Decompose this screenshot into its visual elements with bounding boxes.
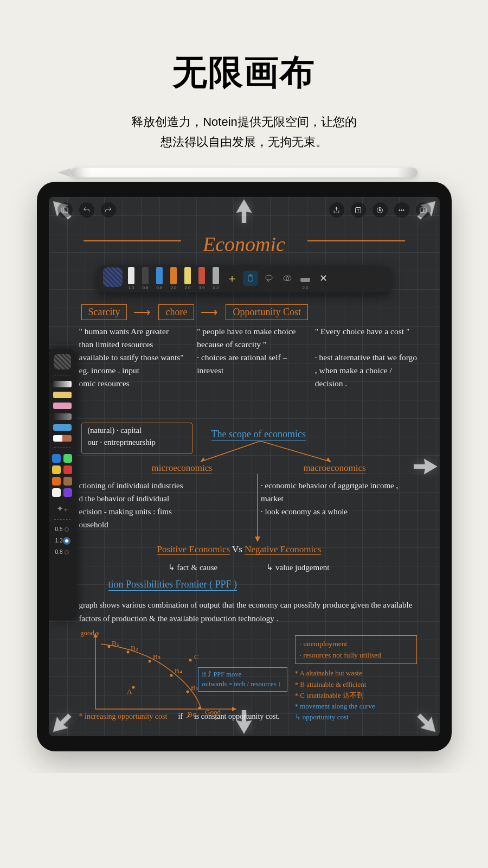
value-text: ↳ value judgement [266, 563, 329, 572]
swatch-yellow[interactable] [52, 465, 61, 474]
macro-heading: macroeconomics [304, 463, 366, 474]
svg-text:B₅: B₅ [191, 684, 198, 692]
arrow-icon: ⟶ [201, 305, 219, 320]
ppf-move-box: if ⤴ PPF moveoutwards = tech / resources… [198, 667, 287, 692]
swatch-purple[interactable] [63, 488, 72, 497]
svg-point-6 [403, 209, 404, 210]
pen-3[interactable]: 0.6 [154, 267, 165, 290]
add-swatch-icon[interactable]: ✦₊ [56, 503, 68, 514]
svg-point-19 [126, 651, 129, 654]
swatch-red[interactable] [63, 465, 72, 474]
svg-point-23 [170, 674, 172, 677]
hero-sub-line-1: 释放创造力，Notein提供无限空间，让您的 [0, 112, 488, 131]
size-0.8[interactable]: 0.8 [55, 549, 69, 555]
col-oppcost: " Every choice have a cost " · best alte… [315, 325, 421, 390]
natural-capital-text: (natural) · capital our · entreprtneursh… [88, 425, 156, 449]
add-pen-icon[interactable]: ＋ [224, 271, 240, 286]
pen-style-icon[interactable] [373, 202, 388, 218]
clipboard-icon[interactable] [243, 271, 258, 286]
sidebar-toggle-icon[interactable] [57, 202, 73, 218]
size-1.3[interactable]: 1.3 [55, 538, 69, 544]
apple-pencil [70, 168, 418, 177]
title-line-left [84, 240, 181, 241]
col-scarcity: " human wants Are greater than limited r… [79, 325, 185, 390]
title-line-right [307, 240, 405, 241]
pen-5[interactable]: 2.0 [182, 267, 193, 290]
fact-text: ↳ fact & cause [168, 563, 218, 572]
canvas-screen[interactable]: Economic 1.3 0.8 0.6 2.0 2.0 3.9 0.2 ＋ 2… [49, 197, 440, 736]
hero-subtitle: 释放创造力，Notein提供无限空间，让您的 想法得以自由发展，无拘无束。 [0, 112, 488, 151]
svg-text:B₂: B₂ [131, 644, 138, 652]
svg-text:good y: good y [80, 629, 100, 637]
undo-icon[interactable] [79, 202, 94, 218]
ppf-body: graph shows various combination of outpu… [79, 598, 421, 626]
svg-point-27 [198, 707, 201, 710]
svg-point-5 [401, 209, 402, 210]
svg-point-31 [189, 659, 191, 662]
brush-4[interactable] [53, 413, 72, 420]
more-icon[interactable] [394, 202, 409, 218]
brush-1[interactable] [53, 381, 72, 387]
swatch-brown[interactable] [63, 477, 72, 486]
brush-3[interactable] [53, 403, 72, 409]
legend-box: · unemployment· resources not fully util… [295, 635, 417, 664]
swatch-blue[interactable] [52, 454, 61, 463]
hero-title: 无限画布 [0, 49, 488, 96]
box-scarcity: Scarcity [81, 304, 127, 320]
micro-macro-cols: ctioning of individual industries d the … [79, 479, 421, 531]
svg-point-17 [107, 646, 110, 648]
brush-5[interactable] [53, 424, 72, 431]
swatch-orange[interactable] [52, 477, 61, 486]
pen-tray[interactable]: 1.3 0.8 0.6 2.0 2.0 3.9 0.2 ＋ 2.0 ✕ [98, 265, 390, 292]
text-tool-icon[interactable] [351, 202, 366, 218]
swatch-white[interactable] [52, 488, 61, 497]
definition-columns: " human wants Are greater than limited r… [79, 325, 421, 390]
brush-6[interactable] [53, 435, 72, 442]
expand-right-icon [414, 453, 440, 480]
redo-icon[interactable] [101, 202, 116, 218]
tablet-frame: Economic 1.3 0.8 0.6 2.0 2.0 3.9 0.2 ＋ 2… [37, 182, 452, 751]
brush-2[interactable] [53, 392, 72, 398]
scope-arrows [190, 441, 352, 465]
lasso-icon[interactable] [261, 271, 277, 286]
fact-value-row: ↳ fact & cause ↳ value judgement [168, 563, 418, 572]
pen-1[interactable]: 1.3 [126, 267, 137, 290]
pen-2[interactable]: 0.8 [140, 267, 151, 290]
pen-6[interactable]: 3.9 [196, 267, 207, 290]
positive-vs-negative: Positive Economics Vs Negative Economics [157, 544, 418, 555]
svg-point-4 [399, 209, 400, 210]
shape-icon[interactable] [280, 271, 295, 286]
ppf-heading: tion Possibilities Frontier ( PPF ) [108, 579, 237, 591]
svg-point-29 [132, 686, 134, 689]
swatch-green[interactable] [63, 454, 72, 463]
svg-text:C: C [194, 653, 199, 661]
arrow-icon: ⟶ [133, 305, 152, 320]
svg-point-21 [148, 660, 151, 663]
pen-7[interactable]: 0.2 [210, 267, 221, 290]
hero-sub-line-2: 想法得以自由发展，无拘无束。 [0, 132, 488, 151]
side-stroke-preview[interactable] [54, 354, 71, 369]
note-title: Economic [203, 232, 285, 256]
eraser-size[interactable]: 2.0 [298, 278, 312, 290]
svg-text:B₁: B₁ [112, 639, 119, 647]
box-chore: chore [158, 304, 194, 320]
size-0.5[interactable]: 0.5 [55, 526, 69, 532]
current-stroke-preview[interactable] [103, 267, 123, 287]
close-tray-icon[interactable]: ✕ [316, 271, 331, 286]
box-oppcost: Opportunity Cost [226, 304, 308, 320]
svg-text:B₄: B₄ [175, 667, 182, 675]
pen-4[interactable]: 2.0 [168, 267, 179, 290]
side-toolbar[interactable]: ✦₊ 0.5 1.3 0.8 [49, 349, 76, 620]
col-macro: · economic behavior of aggrtgate income … [261, 479, 421, 531]
svg-text:A: A [127, 687, 132, 695]
svg-text:B₃: B₃ [153, 653, 160, 661]
split-view-icon[interactable] [416, 202, 431, 218]
share-icon[interactable] [329, 202, 344, 218]
concept-row: Scarcity ⟶ chore ⟶ Opportunity Cost [81, 304, 418, 320]
svg-rect-0 [62, 208, 68, 213]
micro-heading: microeconomics [152, 463, 213, 474]
svg-point-25 [186, 691, 189, 693]
top-toolbar [49, 200, 440, 220]
col-chore: " people have to make choice because of … [197, 325, 303, 390]
color-palette[interactable] [52, 454, 72, 497]
